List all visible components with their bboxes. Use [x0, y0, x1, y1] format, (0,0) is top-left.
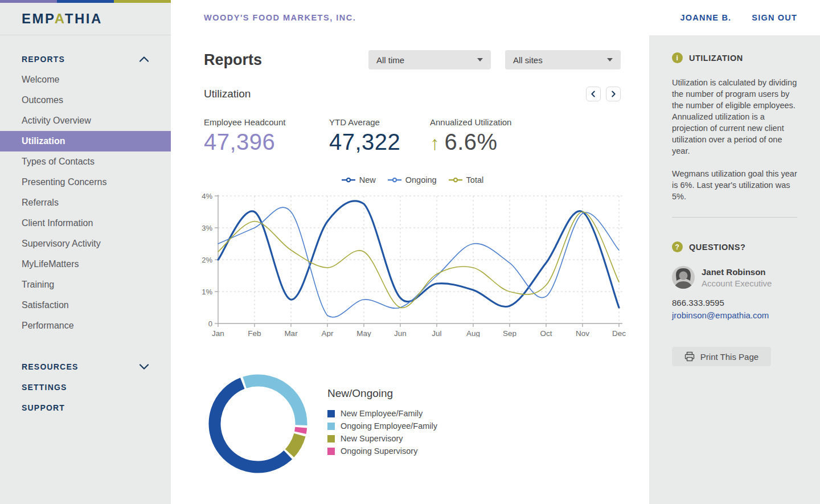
print-button-label: Print This Page	[700, 352, 758, 362]
empathia-logo[interactable]: EMPATHIA	[22, 11, 102, 27]
stat-annualized-utilization: Annualized Utilization ↑6.6%	[430, 117, 511, 155]
right-sidebar: i UTILIZATION Utilization is calculated …	[649, 35, 820, 504]
sign-out-link[interactable]: SIGN OUT	[752, 13, 797, 22]
prev-report-button[interactable]	[586, 87, 601, 101]
donut-segment-new-supervisory	[290, 435, 300, 453]
sidebar-item-outcomes[interactable]: Outcomes	[0, 90, 171, 110]
sidebar-section-resources[interactable]: RESOURCES	[0, 357, 171, 377]
logo-text: EMP	[22, 11, 55, 26]
info-icon: i	[672, 52, 683, 63]
svg-text:Dec: Dec	[612, 329, 626, 337]
legend-swatch-icon	[327, 435, 335, 442]
chevron-down-icon	[139, 364, 149, 370]
divider	[672, 217, 797, 218]
contact-email-link[interactable]: jrobinson@empathia.com	[672, 310, 769, 320]
svg-text:3%: 3%	[202, 224, 212, 232]
top-bar: WOODY'S FOOD MARKETS, INC. JOANNE B. SIG…	[171, 0, 820, 35]
avatar	[672, 266, 695, 289]
contact-card: Janet Robinson Account Executive	[672, 266, 797, 289]
svg-text:Jan: Jan	[212, 329, 224, 337]
sites-dropdown[interactable]: All sites	[505, 50, 621, 69]
info-paragraph: Wegmans utilization goal this year is 6%…	[672, 168, 797, 202]
legend-marker-icon	[387, 177, 402, 183]
next-report-button[interactable]	[606, 87, 621, 101]
svg-text:Nov: Nov	[576, 329, 589, 337]
questions-panel-title: QUESTIONS?	[689, 243, 745, 252]
sidebar-item-supervisory-activity[interactable]: Supervisory Activity	[0, 233, 171, 254]
line-chart-legend: NewOngoingTotal	[204, 175, 621, 185]
donut-legend-item: New Employee/Family	[327, 409, 437, 418]
donut-legend-item: New Supervisory	[327, 434, 437, 443]
logo-area: EMPATHIA	[0, 3, 171, 35]
donut-segment-ongoing-employee-family	[245, 380, 301, 425]
svg-text:0: 0	[208, 319, 212, 328]
question-icon: ?	[672, 241, 683, 252]
utilization-line-chart: 01%2%3%4%JanFebMarAprMayJunJulAugSepOctN…	[196, 190, 626, 337]
sidebar-item-utilization[interactable]: Utilization	[0, 131, 171, 151]
donut-chart-title: New/Ongoing	[327, 387, 437, 400]
svg-text:Jul: Jul	[432, 329, 441, 337]
legend-label: New	[359, 175, 376, 185]
stat-label: Employee Headcount	[204, 117, 329, 127]
contact-phone: 866.333.9595	[672, 298, 797, 308]
dropdown-caret-icon	[607, 58, 613, 62]
report-pager	[586, 87, 621, 101]
sidebar-section-settings[interactable]: SETTINGS	[0, 377, 171, 398]
svg-text:2%: 2%	[202, 256, 212, 264]
sidebar-item-mylifematters[interactable]: MyLifeMatters	[0, 254, 171, 274]
chevron-left-icon	[589, 89, 598, 99]
logo-text: THIA	[65, 11, 102, 26]
logo-accent-letter: A	[55, 11, 65, 26]
sidebar-item-presenting-concerns[interactable]: Presenting Concerns	[0, 172, 171, 192]
app: EMPATHIA REPORTS WelcomeOutcomesActivity…	[0, 0, 820, 504]
donut-segment-new-employee-family	[215, 383, 288, 467]
info-panel-title: UTILIZATION	[689, 54, 743, 63]
svg-text:Feb: Feb	[248, 329, 261, 337]
sidebar-item-training[interactable]: Training	[0, 274, 171, 295]
sidebar-section-support[interactable]: SUPPORT	[0, 398, 171, 418]
sidebar-item-activity-overview[interactable]: Activity Overview	[0, 110, 171, 131]
stat-label: Annualized Utilization	[430, 117, 511, 127]
new-ongoing-donut-chart	[207, 372, 309, 475]
svg-text:Aug: Aug	[466, 329, 480, 337]
svg-text:Jun: Jun	[394, 329, 407, 337]
sidebar-item-satisfaction[interactable]: Satisfaction	[0, 295, 171, 315]
legend-label: New Supervisory	[341, 434, 403, 443]
chevron-up-icon	[139, 56, 149, 62]
legend-label: Ongoing Employee/Family	[341, 421, 437, 431]
sidebar-nav: REPORTS WelcomeOutcomesActivity Overview…	[0, 35, 171, 418]
donut-segment-ongoing-supervisory	[300, 428, 301, 433]
user-menu-link[interactable]: JOANNE B.	[680, 13, 732, 22]
stats-row: Employee Headcount 47,396 YTD Average 47…	[204, 117, 621, 155]
stat-employee-headcount: Employee Headcount 47,396	[204, 117, 329, 155]
printer-icon	[684, 351, 695, 362]
stat-ytd-average: YTD Average 47,322	[329, 117, 430, 155]
support-section-label: SUPPORT	[22, 403, 65, 412]
legend-marker-icon	[341, 177, 356, 183]
donut-legend-item: Ongoing Employee/Family	[327, 421, 437, 431]
sidebar-item-client-information[interactable]: Client Information	[0, 213, 171, 233]
svg-text:Oct: Oct	[540, 329, 552, 337]
print-button[interactable]: Print This Page	[672, 347, 771, 366]
svg-text:1%: 1%	[202, 288, 212, 296]
sidebar-item-performance[interactable]: Performance	[0, 315, 171, 336]
legend-swatch-icon	[327, 410, 335, 417]
sites-value: All sites	[513, 55, 543, 65]
legend-item-total: Total	[448, 175, 484, 185]
series-ongoing	[218, 207, 619, 317]
legend-marker-icon	[448, 177, 463, 183]
legend-swatch-icon	[327, 448, 335, 455]
resources-section-label: RESOURCES	[22, 362, 78, 371]
time-range-dropdown[interactable]: All time	[368, 50, 491, 69]
sidebar-section-reports[interactable]: REPORTS	[0, 49, 171, 69]
sidebar-item-referrals[interactable]: Referrals	[0, 192, 171, 213]
stat-label: YTD Average	[329, 117, 430, 127]
new-ongoing-section: New/Ongoing New Employee/FamilyOngoing E…	[204, 372, 621, 475]
legend-swatch-icon	[327, 423, 335, 430]
settings-section-label: SETTINGS	[22, 383, 67, 392]
trend-up-icon: ↑	[430, 132, 440, 154]
sidebar-item-types-of-contacts[interactable]: Types of Contacts	[0, 151, 171, 172]
sidebar-item-welcome[interactable]: Welcome	[0, 69, 171, 90]
legend-label: Ongoing Supervisory	[341, 446, 417, 456]
donut-legend: New Employee/FamilyOngoing Employee/Fami…	[327, 409, 437, 456]
